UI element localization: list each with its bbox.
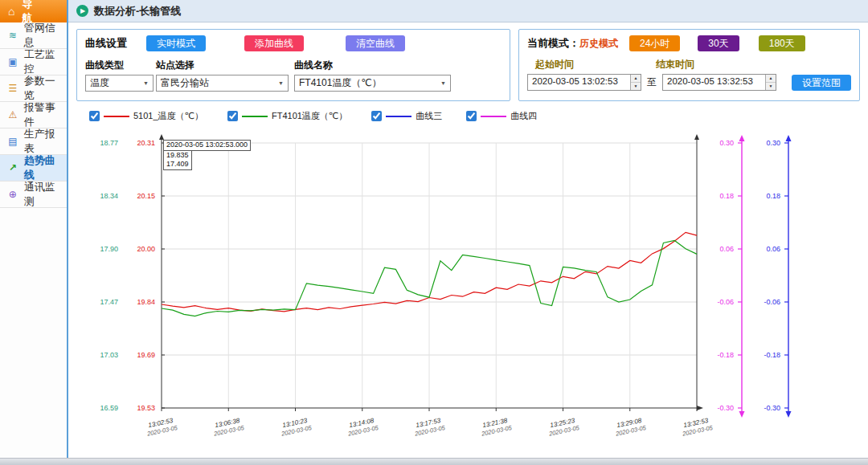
x-axis-tick: 13:21:382020-03-05 bbox=[465, 413, 528, 442]
y-axis-aux_magenta-tick: -0.06 bbox=[702, 299, 734, 306]
sidebar-item-production-report[interactable]: ▤生产报表 bbox=[0, 128, 67, 155]
chart-area: 2020-03-05 13:02:53.000 19.835 17.409 18… bbox=[68, 125, 868, 458]
legend-item-2: FT4101温度（℃） bbox=[227, 110, 347, 122]
y-axis-aux_magenta-tick: -0.18 bbox=[702, 352, 734, 359]
current-mode-value: 历史模式 bbox=[579, 37, 618, 51]
tooltip-value-red: 19.835 bbox=[166, 151, 189, 161]
sidebar-item-alarm-events[interactable]: ⚠报警事件 bbox=[0, 102, 67, 128]
legend-line-sample bbox=[481, 116, 506, 117]
y-axis-temp_green-tick: 18.34 bbox=[86, 193, 118, 200]
current-mode-label: 当前模式： bbox=[527, 36, 579, 51]
y-axis-temp_green-tick: 17.47 bbox=[86, 299, 118, 306]
y-axis-temp_green-tick: 17.03 bbox=[86, 352, 118, 359]
plot-svg[interactable] bbox=[160, 138, 703, 416]
sidebar-item-trend-curve[interactable]: ↗趋势曲线 bbox=[0, 155, 67, 182]
station-select[interactable]: 富民分输站 ▼ bbox=[156, 75, 289, 92]
legend-label: 5101_温度（℃） bbox=[133, 110, 203, 122]
curve-name-value: FT4101温度（℃） bbox=[299, 76, 382, 90]
spin-up-icon[interactable]: ▲ bbox=[631, 75, 641, 83]
legend-label: 曲线四 bbox=[510, 110, 537, 122]
topbar: ▶ 数据分析-长输管线 bbox=[68, 0, 868, 22]
legend-label: FT4101温度（℃） bbox=[272, 110, 347, 122]
sidebar-item-label: 参数一览 bbox=[24, 74, 59, 103]
play-icon: ▶ bbox=[76, 5, 88, 17]
curve-type-label: 曲线类型 bbox=[85, 59, 156, 72]
realtime-mode-button[interactable]: 实时模式 bbox=[146, 35, 206, 51]
sidebar: ⌂ 导 航 ≋管网信息▣工艺监控☰参数一览⚠报警事件▤生产报表↗趋势曲线⊕通讯监… bbox=[0, 0, 68, 458]
curve-type-value: 温度 bbox=[90, 76, 109, 90]
chevron-down-icon: ▼ bbox=[278, 80, 284, 86]
spin-up-icon[interactable]: ▲ bbox=[766, 75, 776, 83]
range-30d-button[interactable]: 30天 bbox=[698, 35, 739, 51]
legend-checkbox-3[interactable] bbox=[371, 111, 382, 121]
curve-settings-panel: 曲线设置 实时模式 添加曲线 清空曲线 曲线类型 站点选择 曲线名称 温度 ▼ bbox=[76, 29, 510, 101]
y-axis-temp_red-tick: 20.00 bbox=[123, 246, 155, 253]
x-axis-tick: 13:10:232020-03-05 bbox=[264, 413, 327, 442]
chart-tooltip: 2020-03-05 13:02:53.000 19.835 17.409 bbox=[163, 140, 251, 170]
home-icon: ⌂ bbox=[8, 5, 14, 18]
sidebar-item-pipeline-info[interactable]: ≋管网信息 bbox=[0, 22, 67, 49]
y-axis-aux_blue-tick: -0.30 bbox=[748, 405, 780, 412]
sidebar-item-process-monitor[interactable]: ▣工艺监控 bbox=[0, 49, 67, 75]
sidebar-item-label: 通讯监测 bbox=[24, 180, 59, 209]
start-time-label: 起始时间 bbox=[527, 58, 656, 71]
y-axis-temp_red-tick: 20.15 bbox=[123, 193, 155, 200]
y-axis-temp_red-tick: 19.69 bbox=[123, 352, 155, 359]
y-axis-aux_magenta-tick: 0.06 bbox=[702, 246, 734, 253]
y-axis-aux_magenta-tick: -0.30 bbox=[702, 405, 734, 412]
range-180d-button[interactable]: 180天 bbox=[759, 35, 805, 51]
start-time-input[interactable]: 2020-03-05 13:02:53 ▲ ▼ bbox=[527, 74, 641, 91]
sidebar-item-label: 管网信息 bbox=[24, 21, 59, 50]
y-axis-aux_blue-tick: 0.30 bbox=[748, 140, 780, 147]
end-time-input[interactable]: 2020-03-05 13:32:53 ▲ ▼ bbox=[662, 74, 776, 91]
chevron-down-icon: ▼ bbox=[440, 80, 446, 86]
sidebar-header: ⌂ 导 航 bbox=[0, 0, 67, 22]
curve-settings-title: 曲线设置 bbox=[85, 36, 127, 51]
add-curve-button[interactable]: 添加曲线 bbox=[244, 35, 304, 51]
x-axis-tick: 13:06:382020-03-05 bbox=[197, 413, 260, 442]
curve-name-select[interactable]: FT4101温度（℃） ▼ bbox=[294, 75, 451, 92]
y-axis-aux_magenta-tick: 0.18 bbox=[702, 193, 734, 200]
curve-name-label: 曲线名称 bbox=[294, 59, 333, 72]
legend-line-sample bbox=[242, 116, 268, 117]
y-axis-aux_blue-tick: 0.18 bbox=[748, 193, 780, 200]
set-range-button[interactable]: 设置范围 bbox=[792, 75, 851, 91]
end-time-value: 2020-03-05 13:32:53 bbox=[663, 75, 765, 90]
comm-icon: ⊕ bbox=[7, 189, 18, 200]
station-value: 富民分输站 bbox=[161, 76, 209, 90]
legend-line-sample bbox=[104, 116, 129, 117]
right-axis-aux_magenta bbox=[735, 130, 748, 429]
sidebar-item-parameter-list[interactable]: ☰参数一览 bbox=[0, 75, 67, 102]
x-axis-tick: 13:32:532020-03-05 bbox=[665, 413, 729, 442]
legend-checkbox-2[interactable] bbox=[227, 111, 238, 121]
legend-checkbox-1[interactable] bbox=[89, 111, 100, 121]
to-label: 至 bbox=[647, 75, 657, 89]
y-axis-temp_red-tick: 19.53 bbox=[123, 405, 155, 412]
legend-item-3: 曲线三 bbox=[371, 110, 442, 122]
spin-down-icon[interactable]: ▼ bbox=[631, 83, 641, 90]
x-axis-tick: 13:02:532020-03-05 bbox=[130, 413, 194, 442]
legend-checkbox-4[interactable] bbox=[466, 111, 477, 121]
end-time-spinner[interactable]: ▲ ▼ bbox=[765, 75, 776, 90]
process-monitor-icon: ▣ bbox=[7, 56, 18, 67]
mode-panel: 当前模式： 历史模式 24小时 30天 180天 起始时间 结束时间 2020-… bbox=[518, 29, 860, 101]
sidebar-item-label: 工艺监控 bbox=[24, 47, 59, 76]
right-axis-aux_blue bbox=[782, 130, 795, 429]
range-24h-button[interactable]: 24小时 bbox=[629, 35, 680, 51]
page-title: 数据分析-长输管线 bbox=[94, 4, 181, 18]
spin-down-icon[interactable]: ▼ bbox=[766, 83, 776, 90]
sidebar-item-comm-monitor[interactable]: ⊕通讯监测 bbox=[0, 182, 67, 208]
sidebar-item-label: 报警事件 bbox=[24, 100, 59, 129]
clear-curve-button[interactable]: 清空曲线 bbox=[346, 35, 405, 51]
curve-type-select[interactable]: 温度 ▼ bbox=[85, 75, 154, 92]
y-axis-aux_blue-tick: -0.06 bbox=[748, 299, 780, 306]
y-axis-aux_blue-tick: 0.06 bbox=[748, 246, 780, 253]
sidebar-item-label: 趋势曲线 bbox=[24, 153, 59, 182]
sidebar-item-label: 生产报表 bbox=[24, 127, 59, 156]
end-time-label: 结束时间 bbox=[656, 58, 694, 71]
x-axis-tick: 13:17:532020-03-05 bbox=[398, 413, 461, 442]
start-time-spinner[interactable]: ▲ ▼ bbox=[630, 75, 641, 90]
y-axis-temp_green-tick: 16.59 bbox=[86, 405, 118, 412]
x-axis-tick: 13:14:082020-03-05 bbox=[330, 413, 394, 442]
y-axis-temp_red-tick: 20.31 bbox=[123, 140, 155, 147]
